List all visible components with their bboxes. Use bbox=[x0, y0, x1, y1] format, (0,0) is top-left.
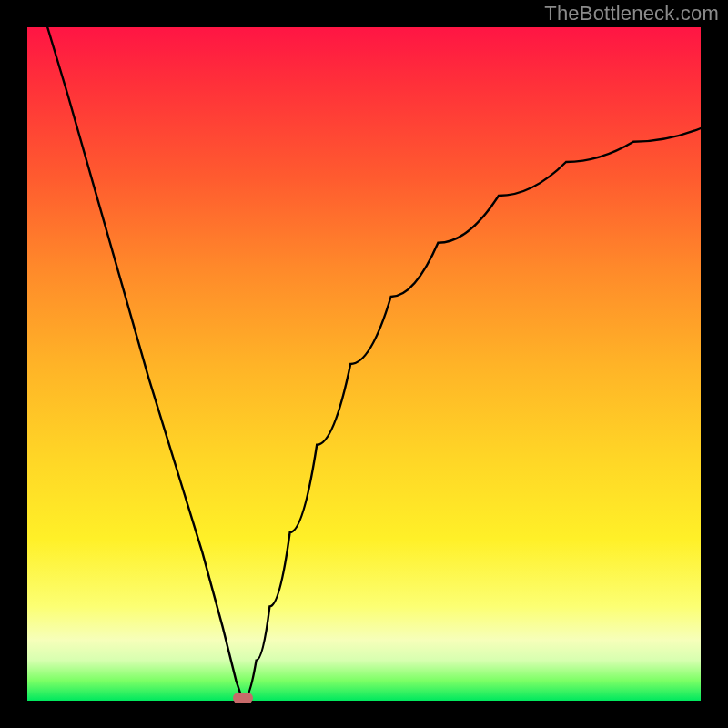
bottleneck-curve bbox=[27, 27, 701, 701]
chart-frame: TheBottleneck.com bbox=[0, 0, 728, 728]
watermark-text: TheBottleneck.com bbox=[544, 2, 719, 25]
optimum-marker bbox=[233, 693, 253, 703]
plot-area bbox=[27, 27, 701, 701]
